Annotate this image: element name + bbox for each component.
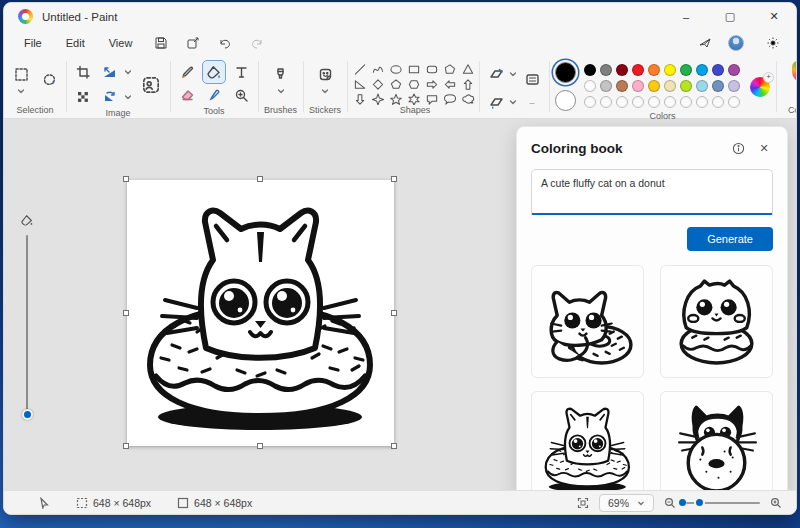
- chevron-down-icon[interactable]: [124, 93, 132, 101]
- save-icon[interactable]: [148, 33, 174, 52]
- selection-handle[interactable]: [123, 443, 129, 449]
- slider-track[interactable]: [26, 235, 28, 413]
- settings-gear-icon[interactable]: [760, 33, 786, 52]
- empty-color-swatch[interactable]: [584, 96, 596, 108]
- thumbnail-4[interactable]: [660, 391, 773, 490]
- thickness-icon[interactable]: [521, 68, 543, 90]
- tool-size-slider[interactable]: [18, 214, 36, 420]
- chevron-down-icon[interactable]: [17, 87, 25, 95]
- color-swatch[interactable]: [696, 64, 708, 76]
- color-swatch[interactable]: [648, 80, 660, 92]
- generate-button[interactable]: Generate: [687, 227, 773, 251]
- color-swatch[interactable]: [696, 80, 708, 92]
- shape-diamond-icon[interactable]: [371, 78, 385, 91]
- info-icon[interactable]: [729, 139, 747, 157]
- color-swatch[interactable]: [680, 64, 692, 76]
- edit-colors-icon[interactable]: [750, 77, 770, 97]
- pattern-icon[interactable]: [72, 86, 94, 108]
- maximize-button[interactable]: ▢: [708, 3, 752, 30]
- shape-line-icon[interactable]: [353, 63, 367, 76]
- color-swatch[interactable]: [616, 80, 628, 92]
- close-button[interactable]: ✕: [752, 3, 796, 30]
- empty-color-swatch[interactable]: [728, 96, 740, 108]
- shape-rectangle-icon[interactable]: [407, 63, 421, 76]
- zoom-in-icon[interactable]: [770, 497, 782, 509]
- drawing-canvas[interactable]: [127, 180, 394, 446]
- close-icon[interactable]: ✕: [755, 139, 773, 157]
- shape-curve-icon[interactable]: [371, 63, 385, 76]
- freeform-select-icon[interactable]: [38, 68, 60, 90]
- chevron-down-icon[interactable]: [509, 98, 517, 106]
- zoom-out-icon[interactable]: [664, 497, 676, 509]
- crop-icon[interactable]: [72, 61, 94, 83]
- shape-star-six-icon[interactable]: [407, 93, 421, 105]
- menu-edit[interactable]: Edit: [56, 34, 95, 52]
- color-swatch[interactable]: [712, 80, 724, 92]
- shape-star-five-icon[interactable]: [389, 93, 403, 105]
- shape-arrow-right-icon[interactable]: [425, 78, 439, 91]
- empty-color-swatch[interactable]: [600, 96, 612, 108]
- eyedropper-icon[interactable]: [203, 84, 225, 106]
- menu-view[interactable]: View: [99, 34, 143, 52]
- selection-handle[interactable]: [391, 176, 397, 182]
- shape-arrow-down-icon[interactable]: [353, 93, 367, 105]
- color-swatch[interactable]: [648, 64, 660, 76]
- color-swatch[interactable]: [584, 80, 596, 92]
- thumbnail-2[interactable]: [660, 265, 773, 378]
- color-swatch[interactable]: [584, 64, 596, 76]
- selection-handle[interactable]: [123, 176, 129, 182]
- selection-handle[interactable]: [391, 443, 397, 449]
- minimize-button[interactable]: –: [664, 3, 708, 30]
- shape-callout-rounded-icon[interactable]: [425, 93, 439, 105]
- redo-icon[interactable]: [244, 33, 270, 52]
- remove-background-icon[interactable]: [138, 72, 164, 98]
- chevron-down-icon[interactable]: [277, 87, 285, 95]
- rect-select-icon[interactable]: [10, 63, 32, 85]
- color-swatch[interactable]: [680, 80, 692, 92]
- shape-callout-oval-icon[interactable]: [443, 93, 457, 105]
- fill-bucket-icon[interactable]: [203, 61, 225, 83]
- magnifier-icon[interactable]: [230, 84, 252, 106]
- feedback-icon[interactable]: [692, 33, 718, 52]
- empty-color-swatch[interactable]: [680, 96, 692, 108]
- zoom-slider-thumb[interactable]: [694, 497, 705, 508]
- color-swatch[interactable]: [632, 64, 644, 76]
- prompt-input[interactable]: A cute fluffy cat on a donut: [531, 169, 773, 215]
- shape-polygon-icon[interactable]: [443, 63, 457, 76]
- shape-triangle-icon[interactable]: [461, 63, 475, 76]
- shape-star-four-icon[interactable]: [371, 93, 385, 105]
- zoom-level-dropdown[interactable]: 69%: [599, 494, 654, 512]
- color-swatch[interactable]: [712, 64, 724, 76]
- color1-swatch[interactable]: [555, 62, 576, 83]
- selection-handle[interactable]: [391, 310, 397, 316]
- color-swatch[interactable]: [728, 64, 740, 76]
- shape-arrow-left-icon[interactable]: [443, 78, 457, 91]
- brush-icon[interactable]: [270, 63, 292, 85]
- fit-to-screen-icon[interactable]: [577, 497, 589, 509]
- shape-pentagon-icon[interactable]: [389, 78, 403, 91]
- color-swatch[interactable]: [664, 64, 676, 76]
- slider-thumb[interactable]: [22, 409, 33, 420]
- color-swatch[interactable]: [600, 80, 612, 92]
- undo-icon[interactable]: [212, 33, 238, 52]
- empty-color-swatch[interactable]: [632, 96, 644, 108]
- shape-outline-icon[interactable]: [485, 63, 507, 85]
- shape-right-triangle-icon[interactable]: [353, 78, 367, 91]
- shape-fill-icon[interactable]: [485, 91, 507, 113]
- eraser-icon[interactable]: [176, 84, 198, 106]
- empty-color-swatch[interactable]: [712, 96, 724, 108]
- resize-icon[interactable]: [98, 61, 120, 83]
- chevron-down-icon[interactable]: [321, 87, 329, 95]
- shape-hexagon-icon[interactable]: [407, 78, 421, 91]
- color-swatch[interactable]: [616, 64, 628, 76]
- copilot-icon[interactable]: [792, 61, 797, 82]
- zoom-slider[interactable]: [686, 502, 760, 504]
- shape-arrow-up-icon[interactable]: [461, 78, 475, 91]
- menu-file[interactable]: File: [14, 34, 52, 52]
- thumbnail-3[interactable]: [531, 391, 644, 490]
- rotate-icon[interactable]: [98, 86, 120, 108]
- empty-color-swatch[interactable]: [664, 96, 676, 108]
- thumbnail-1[interactable]: [531, 265, 644, 378]
- shape-callout-cloud-icon[interactable]: [461, 93, 475, 105]
- color-swatch[interactable]: [600, 64, 612, 76]
